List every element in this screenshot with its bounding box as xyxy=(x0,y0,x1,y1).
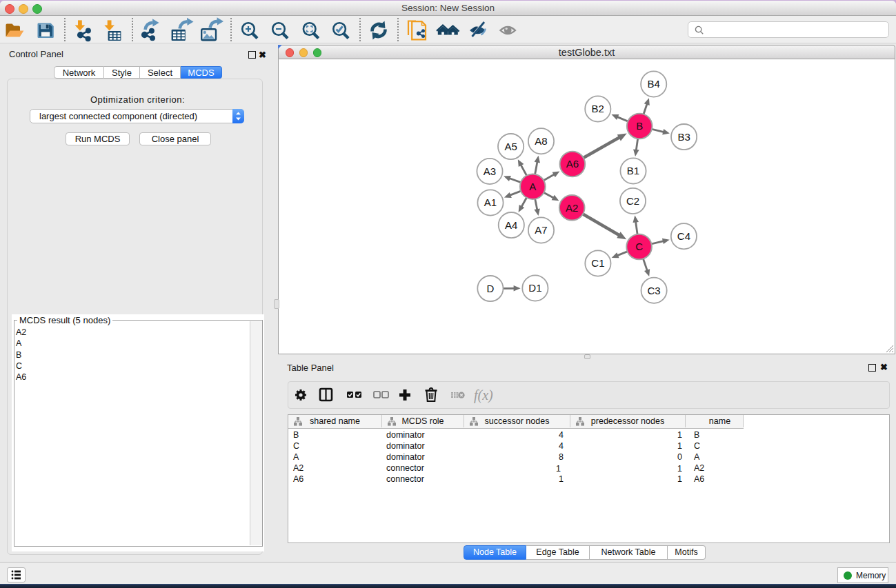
svg-text:A3: A3 xyxy=(484,165,496,177)
svg-text:D: D xyxy=(486,283,494,294)
svg-text:C2: C2 xyxy=(626,195,639,207)
svg-text:D1: D1 xyxy=(528,282,541,294)
svg-text:B4: B4 xyxy=(648,78,660,90)
svg-text:A6: A6 xyxy=(566,158,579,170)
svg-text:B3: B3 xyxy=(677,131,690,143)
svg-text:f(x): f(x) xyxy=(474,387,493,403)
svg-text:A: A xyxy=(529,181,536,192)
svg-text:A4: A4 xyxy=(505,219,517,231)
svg-text:B2: B2 xyxy=(592,103,604,114)
svg-text:A8: A8 xyxy=(535,135,547,147)
svg-text:A1: A1 xyxy=(484,196,497,208)
svg-text:C4: C4 xyxy=(677,230,690,242)
svg-text:C: C xyxy=(635,241,643,252)
svg-text:B1: B1 xyxy=(627,165,639,176)
svg-text:A7: A7 xyxy=(535,224,547,236)
svg-text:A2: A2 xyxy=(566,202,578,214)
svg-text:A5: A5 xyxy=(504,141,517,152)
svg-text:B: B xyxy=(636,120,643,132)
svg-text:C1: C1 xyxy=(591,257,604,269)
svg-text:C3: C3 xyxy=(648,285,661,296)
